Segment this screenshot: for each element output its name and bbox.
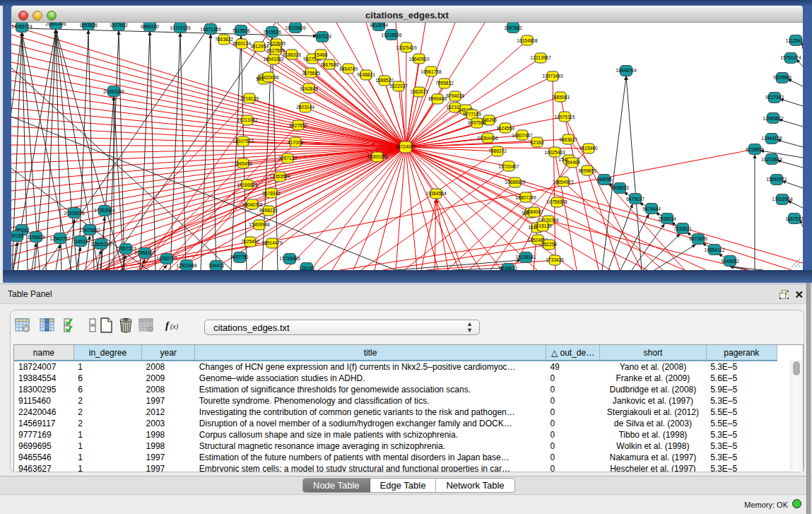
- svg-text:754464: 754464: [565, 160, 580, 165]
- svg-text:7986372: 7986372: [488, 148, 507, 153]
- svg-text:20053346: 20053346: [103, 89, 124, 94]
- svg-text:19218506: 19218506: [381, 33, 402, 37]
- svg-text:1527602: 1527602: [110, 23, 128, 28]
- svg-text:2867608: 2867608: [320, 62, 339, 67]
- svg-text:15409948: 15409948: [249, 222, 270, 227]
- svg-text:10654112: 10654112: [705, 247, 725, 252]
- svg-text:10025433: 10025433: [544, 150, 565, 155]
- svg-text:11125419: 11125419: [786, 38, 803, 43]
- svg-text:12505135: 12505135: [90, 242, 112, 247]
- svg-text:15716485: 15716485: [279, 256, 300, 261]
- svg-text:19384554: 19384554: [425, 191, 447, 196]
- svg-text:7625402: 7625402: [241, 239, 259, 244]
- svg-text:2718129: 2718129: [240, 96, 259, 101]
- svg-text:19654923: 19654923: [553, 180, 574, 185]
- svg-text:9699695: 9699695: [578, 168, 596, 173]
- svg-text:12213382: 12213382: [237, 117, 258, 122]
- svg-text:104423: 104423: [208, 263, 224, 268]
- svg-text:17957223: 17957223: [115, 246, 136, 251]
- svg-text:18300295: 18300295: [367, 154, 388, 159]
- svg-text:6794028: 6794028: [446, 93, 464, 98]
- svg-text:8813054: 8813054: [370, 23, 388, 28]
- svg-text:8186328: 8186328: [283, 52, 301, 57]
- svg-text:1362615: 1362615: [410, 89, 428, 94]
- svg-text:16961758: 16961758: [420, 69, 442, 74]
- svg-text:7485063: 7485063: [551, 95, 570, 100]
- svg-text:1615132: 1615132: [534, 223, 552, 228]
- svg-text:16543392: 16543392: [263, 57, 284, 62]
- svg-text:8678342: 8678342: [262, 191, 281, 196]
- svg-text:114519: 114519: [73, 239, 88, 244]
- svg-text:7955812: 7955812: [435, 81, 454, 86]
- svg-text:5322037: 5322037: [389, 83, 408, 88]
- svg-text:62160: 62160: [531, 140, 544, 145]
- svg-text:9777169: 9777169: [463, 112, 481, 117]
- svg-text:7515526: 7515526: [232, 28, 250, 33]
- svg-text:2087682: 2087682: [504, 25, 522, 30]
- svg-text:9329966: 9329966: [773, 75, 792, 80]
- svg-text:15720407: 15720407: [498, 164, 519, 169]
- svg-text:10688609: 10688609: [505, 180, 526, 185]
- svg-text:8215955: 8215955: [746, 147, 764, 152]
- svg-text:10719155: 10719155: [170, 25, 191, 30]
- svg-text:9245632: 9245632: [499, 266, 517, 270]
- svg-text:3875685: 3875685: [302, 71, 320, 76]
- svg-text:10807487: 10807487: [512, 133, 533, 138]
- svg-text:16154808: 16154808: [517, 38, 538, 43]
- svg-text:9227343: 9227343: [765, 95, 784, 100]
- svg-text:12923448: 12923448: [176, 263, 197, 268]
- svg-text:8454749: 8454749: [339, 66, 358, 71]
- svg-text:6497568: 6497568: [468, 120, 486, 125]
- svg-text:10958107: 10958107: [134, 250, 155, 255]
- svg-text:39159: 39159: [11, 233, 23, 238]
- svg-text:16782759: 16782759: [156, 256, 177, 261]
- svg-text:9146821: 9146821: [357, 72, 375, 77]
- svg-text:20364436: 20364436: [477, 136, 498, 141]
- svg-text:126153: 126153: [299, 266, 314, 270]
- svg-text:12213967: 12213967: [530, 55, 551, 60]
- svg-text:12942757: 12942757: [49, 236, 71, 241]
- svg-text:17353924: 17353924: [94, 208, 115, 213]
- svg-text:12444138: 12444138: [761, 136, 782, 141]
- svg-text:15136141: 15136141: [515, 255, 536, 259]
- svg-text:8471676: 8471676: [689, 236, 707, 241]
- svg-text:(x): (x): [170, 322, 179, 331]
- svg-text:12093872: 12093872: [763, 116, 784, 121]
- svg-text:2803144: 2803144: [296, 105, 314, 110]
- svg-text:3624554: 3624554: [496, 126, 514, 131]
- svg-text:2935114: 2935114: [658, 216, 676, 221]
- svg-text:8427552: 8427552: [289, 123, 307, 128]
- svg-text:9115460: 9115460: [579, 146, 598, 151]
- svg-text:6466160: 6466160: [141, 24, 159, 29]
- svg-text:1965495: 1965495: [234, 161, 252, 166]
- svg-text:10046768: 10046768: [242, 202, 263, 207]
- svg-text:13353594: 13353594: [269, 174, 290, 179]
- svg-text:417006: 417006: [288, 140, 303, 145]
- svg-text:18807249: 18807249: [515, 195, 536, 200]
- svg-text:23420046: 23420046: [258, 75, 279, 80]
- svg-text:7515526: 7515526: [263, 30, 281, 35]
- svg-text:16033809: 16033809: [285, 25, 306, 30]
- svg-text:f: f: [165, 320, 170, 331]
- svg-text:16648764: 16648764: [616, 68, 637, 73]
- svg-text:9463627: 9463627: [559, 137, 577, 142]
- svg-text:9474444: 9474444: [642, 206, 661, 211]
- svg-text:164095: 164095: [596, 177, 612, 182]
- svg-text:9084067: 9084067: [525, 209, 543, 214]
- svg-text:1653526: 1653526: [79, 23, 98, 28]
- svg-text:20206576: 20206576: [64, 211, 85, 216]
- svg-text:13325419: 13325419: [396, 45, 417, 50]
- svg-text:8990448: 8990448: [428, 96, 447, 101]
- svg-text:15751074: 15751074: [780, 55, 801, 60]
- svg-text:19166825: 19166825: [237, 182, 258, 187]
- svg-text:15692971: 15692971: [766, 177, 787, 182]
- svg-text:19975887: 19975887: [79, 228, 100, 233]
- svg-text:8498222: 8498222: [259, 208, 278, 213]
- svg-text:1156829: 1156829: [27, 235, 45, 240]
- svg-text:14055724: 14055724: [11, 24, 33, 29]
- svg-text:1733426: 1733426: [546, 257, 564, 262]
- svg-text:1167533: 1167533: [785, 216, 803, 221]
- svg-text:6479197: 6479197: [626, 197, 645, 201]
- svg-text:9242848: 9242848: [300, 86, 318, 91]
- svg-text:10973493: 10973493: [542, 74, 563, 78]
